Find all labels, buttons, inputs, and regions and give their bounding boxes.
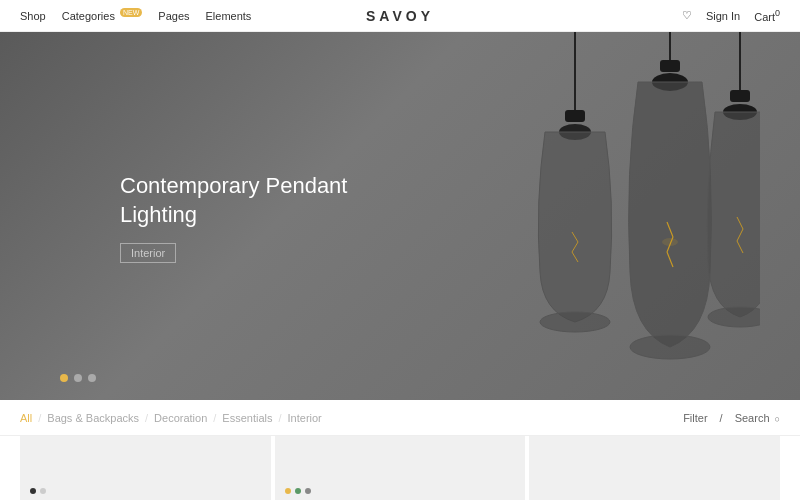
filter-right-sep: / xyxy=(720,412,723,424)
nav-categories[interactable]: Categories NEW xyxy=(62,9,143,22)
color-dot-green[interactable] xyxy=(295,488,301,494)
hero-title: Contemporary PendantLighting xyxy=(120,172,347,229)
color-dot-dark[interactable] xyxy=(30,488,36,494)
separator-4: / xyxy=(278,412,281,424)
carousel-dot-3[interactable] xyxy=(88,374,96,382)
filter-interior[interactable]: Interior xyxy=(288,412,322,424)
product-card-3[interactable] xyxy=(529,436,780,500)
carousel-dot-2[interactable] xyxy=(74,374,82,382)
color-dot-gray[interactable] xyxy=(305,488,311,494)
site-logo: SAVOY xyxy=(366,8,434,24)
main-nav: Shop Categories NEW Pages Elements xyxy=(20,9,251,22)
product-card-1[interactable] xyxy=(20,436,271,500)
color-dot-gold[interactable] xyxy=(285,488,291,494)
filter-button[interactable]: Filter xyxy=(683,412,707,424)
filter-all[interactable]: All xyxy=(20,412,32,424)
hero-carousel-dots xyxy=(60,374,96,382)
header-actions: ♡ Sign In Cart0 xyxy=(682,8,780,23)
svg-rect-8 xyxy=(660,60,680,72)
wishlist-icon[interactable]: ♡ xyxy=(682,9,692,22)
svg-rect-1 xyxy=(565,110,585,122)
nav-elements[interactable]: Elements xyxy=(206,10,252,22)
color-dot-light[interactable] xyxy=(40,488,46,494)
filter-bar: All / Bags & Backpacks / Decoration / Es… xyxy=(0,400,800,436)
hero-background: Contemporary PendantLighting Interior xyxy=(0,32,800,400)
nav-pages[interactable]: Pages xyxy=(158,10,189,22)
header: Shop Categories NEW Pages Elements SAVOY… xyxy=(0,0,800,32)
nav-shop[interactable]: Shop xyxy=(20,10,46,22)
search-button[interactable]: Search ○ xyxy=(735,412,780,424)
separator-1: / xyxy=(38,412,41,424)
products-row xyxy=(0,436,800,500)
product-1-color-dots xyxy=(30,488,46,494)
filter-decoration[interactable]: Decoration xyxy=(154,412,207,424)
svg-point-10 xyxy=(630,335,710,359)
search-icon: ○ xyxy=(775,414,780,424)
carousel-dot-1[interactable] xyxy=(60,374,68,382)
product-card-2[interactable] xyxy=(275,436,526,500)
product-2-color-dots xyxy=(285,488,311,494)
hero-text-block: Contemporary PendantLighting Interior xyxy=(120,172,347,263)
sign-in-link[interactable]: Sign In xyxy=(706,10,740,22)
svg-point-3 xyxy=(540,312,610,332)
svg-rect-16 xyxy=(730,90,750,102)
pendant-lights-illustration xyxy=(380,32,760,400)
hero-section: Contemporary PendantLighting Interior xyxy=(0,32,800,400)
category-filters: All / Bags & Backpacks / Decoration / Es… xyxy=(20,412,683,424)
categories-badge: NEW xyxy=(120,8,142,17)
nav-categories-label: Categories xyxy=(62,10,115,22)
filter-actions: Filter / Search ○ xyxy=(683,412,780,424)
filter-essentials[interactable]: Essentials xyxy=(222,412,272,424)
cart-link[interactable]: Cart0 xyxy=(754,8,780,23)
hero-subtitle[interactable]: Interior xyxy=(120,243,176,263)
svg-point-14 xyxy=(662,238,678,246)
separator-3: / xyxy=(213,412,216,424)
separator-2: / xyxy=(145,412,148,424)
svg-point-18 xyxy=(708,307,760,327)
filter-bags[interactable]: Bags & Backpacks xyxy=(47,412,139,424)
